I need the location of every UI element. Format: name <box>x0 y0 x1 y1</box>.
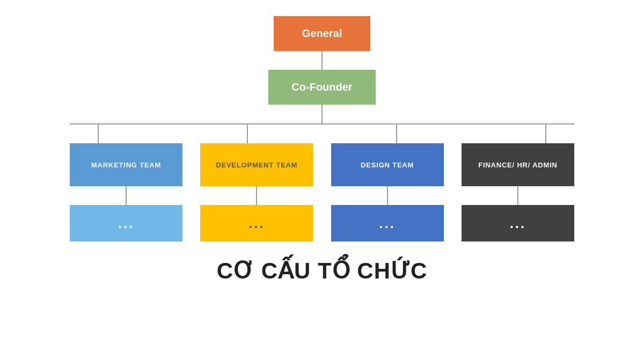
drop-lines-row <box>70 124 574 143</box>
drop-line-3 <box>396 124 397 143</box>
page-title: CƠ CẤU TỔ CHỨC <box>217 258 428 284</box>
connector-finance-sub <box>517 186 518 205</box>
drop-line-1 <box>98 124 99 143</box>
team-sub-design: ... <box>331 205 444 241</box>
marketing-sub-label: ... <box>118 215 135 232</box>
chart-wrapper: General Co-Founder <box>54 16 590 241</box>
design-sub-label: ... <box>379 215 396 232</box>
finance-label: FINANCE/ HR/ ADMIN <box>478 161 558 169</box>
team-box-finance: FINANCE/ HR/ ADMIN <box>462 143 574 186</box>
general-label: General <box>302 27 342 40</box>
team-box-marketing: MARKETING TEAM <box>70 143 182 186</box>
node-general: General <box>274 16 370 51</box>
design-label: DESIGN TEAM <box>361 161 414 169</box>
team-column-development: DEVELOPMENT TEAM ... <box>200 143 313 241</box>
cofounder-label: Co-Founder <box>291 81 352 93</box>
top-nodes: General Co-Founder <box>268 16 376 123</box>
org-chart: General Co-Founder <box>0 0 644 284</box>
finance-sub-label: ... <box>510 215 526 232</box>
team-sub-development: ... <box>200 205 313 241</box>
node-cofounder: Co-Founder <box>268 70 376 105</box>
drop-line-4 <box>545 124 546 143</box>
team-column-finance: FINANCE/ HR/ ADMIN ... <box>462 143 574 241</box>
team-sub-finance: ... <box>462 205 574 241</box>
marketing-label: MARKETING TEAM <box>91 161 161 169</box>
drop-line-2 <box>247 124 248 143</box>
team-box-development: DEVELOPMENT TEAM <box>200 143 313 186</box>
team-box-design: DESIGN TEAM <box>331 143 444 186</box>
team-column-marketing: MARKETING TEAM ... <box>70 143 182 241</box>
connector-marketing-sub <box>126 186 127 205</box>
development-label: DEVELOPMENT TEAM <box>216 161 297 169</box>
connector-development-sub <box>256 186 257 205</box>
development-sub-label: ... <box>248 215 265 232</box>
connector-general-cofounder <box>321 51 323 70</box>
team-column-design: DESIGN TEAM ... <box>331 143 444 241</box>
teams-grid: MARKETING TEAM ... DEVELOPMENT TEAM ... <box>70 143 574 241</box>
connector-design-sub <box>387 186 388 205</box>
connector-cofounder-teams <box>321 105 323 123</box>
team-sub-marketing: ... <box>70 205 182 241</box>
